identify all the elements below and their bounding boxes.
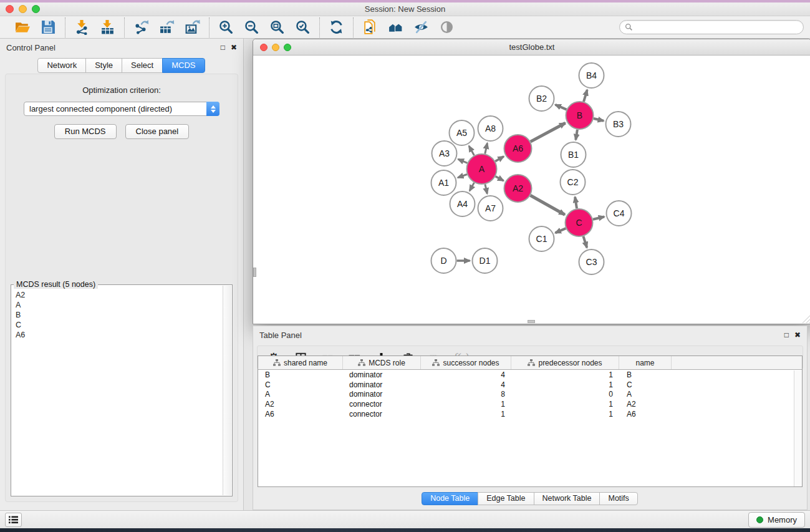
open-network-document-icon[interactable] xyxy=(362,19,378,36)
tab-network[interactable]: Network xyxy=(37,58,86,73)
table-cell: dominator xyxy=(343,370,421,380)
tab-select[interactable]: Select xyxy=(122,58,163,73)
result-scrollbar[interactable] xyxy=(223,286,231,495)
column-header-name[interactable]: name xyxy=(619,356,672,369)
show-all-icon[interactable] xyxy=(438,19,455,36)
zoom-selected-icon[interactable] xyxy=(294,19,311,36)
network-canvas[interactable]: AA1A2A3A4A5A6A7A8BB1B2B3B4CC1C2C3C4DD1 xyxy=(253,56,810,324)
window-controls xyxy=(6,2,40,16)
table-cell: 1 xyxy=(511,380,619,390)
task-history-button[interactable] xyxy=(5,513,22,527)
column-header-predecessor-nodes[interactable]: predecessor nodes xyxy=(511,356,619,369)
mcds-result-item[interactable]: A6 xyxy=(16,330,222,340)
network-minimize-button[interactable] xyxy=(272,44,279,51)
zoom-window-button[interactable] xyxy=(32,5,40,13)
mcds-result-item[interactable]: A xyxy=(16,300,222,310)
graph-edge-A-A8[interactable] xyxy=(485,143,488,153)
main-area: Control Panel □ ✖ NetworkStyleSelectMCDS… xyxy=(0,39,810,510)
app-title: Session: New Session xyxy=(365,4,445,14)
graph-edge-B-B4[interactable] xyxy=(584,90,587,102)
network-close-button[interactable] xyxy=(260,44,268,51)
float-table-panel-icon[interactable]: □ xyxy=(784,331,789,339)
graph-node-label-B3: B3 xyxy=(613,119,624,129)
save-session-icon[interactable] xyxy=(40,19,57,36)
minimize-window-button[interactable] xyxy=(19,5,27,13)
close-table-panel-icon[interactable]: ✖ xyxy=(794,331,801,339)
table-header-row: shared nameMCDS rolesuccessor nodesprede… xyxy=(258,356,802,370)
optimization-criterion-select[interactable]: largest connected component (directed) xyxy=(24,102,219,116)
table-row[interactable]: A6connector11A6 xyxy=(258,409,802,419)
network-view-window: testGlobe.txt AA1A2A3A4A5A6A7A8BB1B2B3B4… xyxy=(253,39,810,324)
graph-edge-A-A2[interactable] xyxy=(496,177,504,181)
graph-edge-C-C1[interactable] xyxy=(556,228,566,233)
table-tab-edge-table[interactable]: Edge Table xyxy=(478,492,534,505)
graph-edge-B-B1[interactable] xyxy=(576,130,577,140)
close-panel-button[interactable]: Close panel xyxy=(125,124,190,139)
toolbar-group-view xyxy=(353,17,463,37)
table-cell: 1 xyxy=(511,399,619,409)
graph-edge-A2-C[interactable] xyxy=(531,195,565,215)
home-icon[interactable] xyxy=(387,19,404,36)
open-session-icon[interactable] xyxy=(14,19,31,36)
export-image-icon[interactable] xyxy=(184,19,201,36)
graph-node-label-B4: B4 xyxy=(586,70,597,80)
table-tab-motifs[interactable]: Motifs xyxy=(599,492,637,505)
mcds-result-item[interactable]: B xyxy=(16,310,222,320)
graph-edge-A-A3[interactable] xyxy=(458,159,468,163)
network-zoom-button[interactable] xyxy=(284,44,291,51)
export-table-icon[interactable] xyxy=(158,19,175,36)
table-cell: C xyxy=(258,380,343,390)
graph-edge-B-B3[interactable] xyxy=(594,118,604,121)
run-mcds-button[interactable]: Run MCDS xyxy=(54,124,117,139)
graph-edge-A-A7[interactable] xyxy=(485,184,487,193)
canvas-vertical-scroll-thumb[interactable] xyxy=(253,268,256,277)
graph-node-label-C1: C1 xyxy=(536,234,547,244)
graph-edge-C-C2[interactable] xyxy=(575,197,577,209)
refresh-icon[interactable] xyxy=(328,19,345,36)
app-titlebar: Session: New Session xyxy=(0,2,810,16)
network-graph[interactable]: AA1A2A3A4A5A6A7A8BB1B2B3B4CC1C2C3C4DD1 xyxy=(253,56,810,324)
table-row[interactable]: Bdominator41B xyxy=(258,370,802,380)
control-panel-header: Control Panel □ ✖ xyxy=(0,39,243,56)
graph-edge-A-A4[interactable] xyxy=(470,183,474,191)
column-header-shared-name[interactable]: shared name xyxy=(258,356,343,369)
graph-edge-C-C4[interactable] xyxy=(593,216,604,219)
table-tab-network-table[interactable]: Network Table xyxy=(534,492,600,505)
table-row[interactable]: Adominator80A xyxy=(258,390,802,400)
table-panel-title: Table Panel xyxy=(259,331,302,340)
import-network-icon[interactable] xyxy=(74,19,90,36)
graph-edge-A-A5[interactable] xyxy=(469,146,474,155)
node-table: shared nameMCDS rolesuccessor nodesprede… xyxy=(258,355,803,487)
canvas-horizontal-scroll-thumb[interactable] xyxy=(528,320,535,323)
zoom-out-icon[interactable] xyxy=(243,19,260,36)
column-header-successor-nodes[interactable]: successor nodes xyxy=(421,356,511,369)
search-icon xyxy=(625,23,633,31)
graph-edge-A-A6[interactable] xyxy=(495,157,504,162)
table-row[interactable]: A2connector11A2 xyxy=(258,399,802,409)
tab-style[interactable]: Style xyxy=(85,58,122,73)
table-scrollbar[interactable] xyxy=(794,370,802,486)
close-panel-icon[interactable]: ✖ xyxy=(231,43,237,52)
graph-node-label-B: B xyxy=(577,110,582,120)
table-tab-node-table[interactable]: Node Table xyxy=(422,492,478,505)
column-header-mcds-role[interactable]: MCDS role xyxy=(343,356,421,369)
graph-edge-C-C3[interactable] xyxy=(583,236,587,248)
float-panel-icon[interactable]: □ xyxy=(221,43,225,52)
hide-selected-icon[interactable] xyxy=(413,19,430,36)
graph-edge-A6-B[interactable] xyxy=(531,123,566,142)
export-network-icon[interactable] xyxy=(133,19,150,36)
zoom-in-icon[interactable] xyxy=(218,19,234,36)
tab-mcds[interactable]: MCDS xyxy=(162,58,205,73)
zoom-fit-icon[interactable] xyxy=(269,19,286,36)
mcds-result-item[interactable]: C xyxy=(16,320,222,330)
mcds-result-item[interactable]: A2 xyxy=(16,290,222,300)
graph-edge-B-B2[interactable] xyxy=(555,105,566,110)
graph-node-label-C3: C3 xyxy=(586,257,597,267)
memory-button[interactable]: Memory xyxy=(748,512,805,528)
table-row[interactable]: Cdominator41C xyxy=(258,380,802,390)
close-window-button[interactable] xyxy=(6,5,14,13)
import-table-icon[interactable] xyxy=(99,19,116,36)
graph-node-label-C: C xyxy=(576,218,582,228)
search-input[interactable] xyxy=(636,23,798,32)
graph-edge-A-A1[interactable] xyxy=(458,174,467,177)
